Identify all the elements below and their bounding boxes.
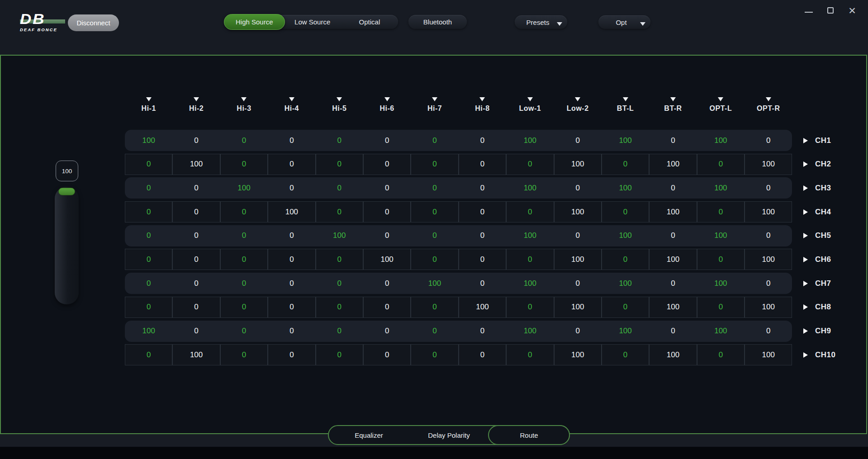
matrix-cell-ch7-hi-4[interactable]: 0: [268, 273, 315, 294]
matrix-cell-ch4-hi-5[interactable]: 0: [316, 201, 363, 222]
close-button[interactable]: ✕: [847, 5, 857, 15]
matrix-cell-ch9-opt-l[interactable]: 100: [697, 321, 745, 342]
matrix-cell-ch4-hi-3[interactable]: 0: [220, 201, 268, 222]
matrix-cell-ch4-bt-r[interactable]: 100: [649, 201, 697, 222]
matrix-cell-ch2-hi-2[interactable]: 100: [172, 154, 220, 175]
column-dropdown-icon[interactable]: [527, 97, 533, 101]
matrix-cell-ch5-hi-4[interactable]: 0: [268, 225, 315, 246]
matrix-cell-ch8-low-1[interactable]: 0: [506, 297, 554, 318]
matrix-cell-ch6-low-1[interactable]: 0: [506, 249, 554, 270]
channel-expand-icon[interactable]: [803, 185, 808, 191]
matrix-cell-ch7-bt-r[interactable]: 0: [649, 273, 697, 294]
matrix-cell-ch1-bt-r[interactable]: 0: [649, 130, 697, 151]
matrix-cell-ch8-hi-8[interactable]: 100: [459, 297, 506, 318]
matrix-cell-ch4-bt-l[interactable]: 0: [602, 201, 649, 222]
matrix-cell-ch10-hi-5[interactable]: 0: [316, 344, 363, 365]
matrix-cell-ch10-hi-2[interactable]: 100: [172, 344, 220, 365]
matrix-cell-ch9-bt-r[interactable]: 0: [649, 321, 697, 342]
matrix-cell-ch1-hi-2[interactable]: 0: [172, 130, 220, 151]
column-dropdown-icon[interactable]: [670, 97, 676, 101]
matrix-cell-ch8-hi-1[interactable]: 0: [125, 297, 172, 318]
matrix-cell-ch4-hi-6[interactable]: 0: [363, 201, 411, 222]
matrix-cell-ch5-opt-r[interactable]: 0: [745, 225, 792, 246]
matrix-cell-ch3-low-1[interactable]: 100: [506, 177, 554, 199]
column-dropdown-icon[interactable]: [194, 97, 199, 101]
tab-optical[interactable]: Optical: [341, 15, 398, 29]
matrix-cell-ch8-hi-7[interactable]: 0: [411, 297, 458, 318]
matrix-cell-ch7-opt-l[interactable]: 100: [697, 273, 745, 294]
column-dropdown-icon[interactable]: [766, 97, 771, 101]
matrix-cell-ch8-low-2[interactable]: 100: [554, 297, 602, 318]
matrix-cell-ch4-hi-4[interactable]: 100: [268, 201, 315, 222]
matrix-cell-ch7-hi-1[interactable]: 0: [125, 273, 172, 294]
matrix-cell-ch3-hi-4[interactable]: 0: [268, 177, 315, 199]
matrix-cell-ch3-opt-l[interactable]: 100: [697, 177, 745, 199]
column-dropdown-icon[interactable]: [623, 97, 628, 101]
matrix-cell-ch6-bt-l[interactable]: 0: [602, 249, 649, 270]
matrix-cell-ch8-hi-5[interactable]: 0: [316, 297, 363, 318]
disconnect-button[interactable]: Disconnect: [68, 14, 119, 31]
matrix-cell-ch3-hi-8[interactable]: 0: [459, 177, 506, 199]
matrix-cell-ch1-opt-r[interactable]: 0: [745, 130, 792, 151]
matrix-cell-ch1-hi-7[interactable]: 0: [411, 130, 458, 151]
matrix-cell-ch9-low-2[interactable]: 0: [554, 321, 602, 342]
matrix-cell-ch5-hi-5[interactable]: 100: [316, 225, 363, 246]
matrix-cell-ch2-hi-1[interactable]: 0: [125, 154, 172, 175]
matrix-cell-ch3-hi-6[interactable]: 0: [363, 177, 411, 199]
channel-expand-icon[interactable]: [803, 138, 808, 143]
matrix-cell-ch4-hi-2[interactable]: 0: [172, 201, 220, 222]
matrix-cell-ch3-hi-1[interactable]: 0: [125, 177, 172, 199]
bluetooth-button[interactable]: Bluetooth: [408, 15, 467, 29]
matrix-cell-ch10-opt-l[interactable]: 0: [697, 344, 745, 365]
matrix-cell-ch2-opt-r[interactable]: 100: [745, 154, 792, 175]
matrix-cell-ch10-low-1[interactable]: 0: [506, 344, 554, 365]
matrix-cell-ch8-hi-2[interactable]: 0: [172, 297, 220, 318]
tab-equalizer[interactable]: Equalizer: [329, 426, 409, 444]
matrix-cell-ch5-low-2[interactable]: 0: [554, 225, 602, 246]
matrix-cell-ch4-low-2[interactable]: 100: [554, 201, 602, 222]
channel-expand-icon[interactable]: [803, 257, 808, 262]
matrix-cell-ch2-low-1[interactable]: 0: [506, 154, 554, 175]
matrix-cell-ch1-hi-6[interactable]: 0: [363, 130, 411, 151]
matrix-cell-ch10-bt-l[interactable]: 0: [602, 344, 649, 365]
matrix-cell-ch4-low-1[interactable]: 0: [506, 201, 554, 222]
matrix-cell-ch8-opt-l[interactable]: 0: [697, 297, 745, 318]
matrix-cell-ch2-hi-5[interactable]: 0: [316, 154, 363, 175]
matrix-cell-ch3-hi-5[interactable]: 0: [316, 177, 363, 199]
matrix-cell-ch9-hi-6[interactable]: 0: [363, 321, 411, 342]
matrix-cell-ch6-hi-5[interactable]: 0: [316, 249, 363, 270]
matrix-cell-ch2-hi-6[interactable]: 0: [363, 154, 411, 175]
matrix-cell-ch3-bt-r[interactable]: 0: [649, 177, 697, 199]
column-dropdown-icon[interactable]: [337, 97, 342, 101]
matrix-cell-ch2-hi-3[interactable]: 0: [220, 154, 268, 175]
matrix-cell-ch10-opt-r[interactable]: 100: [745, 344, 792, 365]
matrix-cell-ch5-low-1[interactable]: 100: [506, 225, 554, 246]
matrix-cell-ch2-hi-8[interactable]: 0: [459, 154, 506, 175]
matrix-cell-ch7-hi-3[interactable]: 0: [220, 273, 268, 294]
matrix-cell-ch2-hi-4[interactable]: 0: [268, 154, 315, 175]
matrix-cell-ch6-low-2[interactable]: 100: [554, 249, 602, 270]
matrix-cell-ch9-hi-2[interactable]: 0: [172, 321, 220, 342]
matrix-cell-ch7-low-2[interactable]: 0: [554, 273, 602, 294]
matrix-cell-ch8-bt-l[interactable]: 0: [602, 297, 649, 318]
column-dropdown-icon[interactable]: [479, 97, 485, 101]
matrix-cell-ch9-hi-3[interactable]: 0: [220, 321, 268, 342]
matrix-cell-ch9-hi-1[interactable]: 100: [125, 321, 172, 342]
column-dropdown-icon[interactable]: [241, 97, 247, 101]
matrix-cell-ch2-hi-7[interactable]: 0: [411, 154, 458, 175]
matrix-cell-ch1-low-2[interactable]: 0: [554, 130, 602, 151]
matrix-cell-ch2-bt-l[interactable]: 0: [602, 154, 649, 175]
matrix-cell-ch10-low-2[interactable]: 100: [554, 344, 602, 365]
presets-dropdown[interactable]: Presets: [515, 15, 567, 29]
minimize-button[interactable]: [804, 5, 814, 15]
matrix-cell-ch4-opt-l[interactable]: 0: [697, 201, 745, 222]
matrix-cell-ch7-hi-8[interactable]: 0: [459, 273, 506, 294]
matrix-cell-ch7-opt-r[interactable]: 0: [745, 273, 792, 294]
matrix-cell-ch3-hi-3[interactable]: 100: [220, 177, 268, 199]
matrix-cell-ch4-hi-8[interactable]: 0: [459, 201, 506, 222]
maximize-button[interactable]: [825, 5, 835, 15]
tab-high-source[interactable]: High Source: [224, 14, 285, 30]
matrix-cell-ch1-hi-3[interactable]: 0: [220, 130, 268, 151]
column-dropdown-icon[interactable]: [718, 97, 723, 101]
tab-delay-polarity[interactable]: Delay Polarity: [409, 426, 489, 444]
